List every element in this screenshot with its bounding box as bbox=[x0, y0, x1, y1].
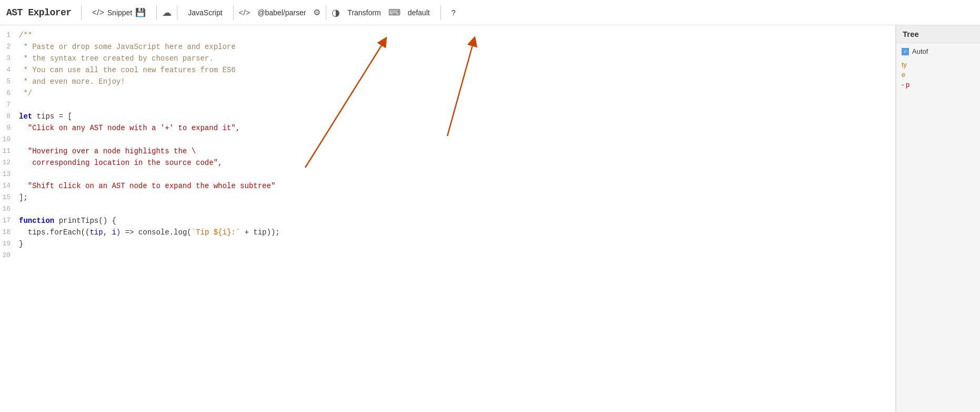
code-line: 8 let tips = [ bbox=[0, 111, 895, 122]
line-number: 4 bbox=[0, 64, 19, 76]
main-area: 1 /** 2 * Paste or drop some JavaScript … bbox=[0, 25, 980, 412]
line-number: 20 bbox=[0, 250, 19, 261]
tree-header: Tree bbox=[896, 25, 980, 43]
line-content: ]; bbox=[19, 192, 895, 203]
line-number: 17 bbox=[0, 215, 19, 227]
line-number: 13 bbox=[0, 169, 19, 180]
code-line: 2 * Paste or drop some JavaScript here a… bbox=[0, 41, 895, 53]
line-content bbox=[19, 169, 895, 180]
divider-1 bbox=[81, 5, 82, 20]
help-button[interactable]: ? bbox=[446, 6, 461, 19]
line-content bbox=[19, 134, 895, 145]
line-number: 6 bbox=[0, 87, 19, 99]
divider-4 bbox=[233, 5, 234, 20]
line-content: tips.forEach((tip, i) => console.log(`Ti… bbox=[19, 227, 895, 238]
code-line: 11 "Hovering over a node highlights the … bbox=[0, 145, 895, 157]
line-content bbox=[19, 250, 895, 261]
snippet-button[interactable]: </> Snippet 💾 bbox=[87, 5, 152, 20]
line-number: 10 bbox=[0, 134, 19, 145]
line-number: 12 bbox=[0, 157, 19, 169]
line-content: * You can use all the cool new features … bbox=[19, 64, 895, 76]
code-line: 12 corresponding location in the source … bbox=[0, 157, 895, 169]
line-content: } bbox=[19, 238, 895, 250]
language-button[interactable]: JavaScript bbox=[183, 6, 227, 19]
tree-content: Autof ty e - p bbox=[896, 43, 980, 93]
cloud-icon[interactable]: ☁ bbox=[162, 7, 172, 18]
code-line: 5 * and even more. Enjoy! bbox=[0, 76, 895, 87]
line-content bbox=[19, 203, 895, 215]
default-label: default bbox=[408, 8, 430, 17]
code-line: 4 * You can use all the cool new feature… bbox=[0, 64, 895, 76]
autofocus-label: Autof bbox=[912, 47, 928, 55]
line-number: 9 bbox=[0, 122, 19, 134]
gear-icon[interactable]: ⚙ bbox=[313, 7, 321, 17]
line-content: * and even more. Enjoy! bbox=[19, 76, 895, 87]
tree-end-row: e bbox=[902, 71, 975, 79]
code-line: 9 "Click on any AST node with a '+' to e… bbox=[0, 122, 895, 134]
line-number: 14 bbox=[0, 180, 19, 192]
transform-label: Transform bbox=[347, 8, 381, 17]
line-content: /** bbox=[19, 30, 895, 41]
code-line: 14 "Shift click on an AST node to expand… bbox=[0, 180, 895, 192]
tree-type-label: ty bbox=[902, 61, 907, 68]
line-content: let tips = [ bbox=[19, 111, 895, 122]
parser-label: @babel/parser bbox=[257, 8, 306, 17]
code-line: 17 function printTips() { bbox=[0, 215, 895, 227]
code-line: 6 */ bbox=[0, 87, 895, 99]
line-number: 19 bbox=[0, 238, 19, 250]
line-content bbox=[19, 99, 895, 111]
tree-end-label: e bbox=[902, 71, 905, 79]
parser-code-icon: </> bbox=[239, 8, 251, 17]
line-content: * Paste or drop some JavaScript here and… bbox=[19, 41, 895, 53]
line-number: 3 bbox=[0, 53, 19, 64]
divider-6 bbox=[441, 5, 441, 20]
tree-minus-row: - p bbox=[902, 81, 975, 89]
line-number: 15 bbox=[0, 192, 19, 203]
autofocus-checkbox[interactable] bbox=[902, 48, 909, 55]
line-content: "Shift click on an AST node to expand th… bbox=[19, 180, 895, 192]
help-label: ? bbox=[452, 8, 456, 17]
line-number: 11 bbox=[0, 145, 19, 157]
code-line: 16 bbox=[0, 203, 895, 215]
transform-button[interactable]: Transform bbox=[342, 6, 386, 19]
divider-3 bbox=[177, 5, 177, 20]
tree-minus-label: - p bbox=[902, 81, 909, 89]
line-number: 5 bbox=[0, 76, 19, 87]
line-content: "Click on any AST node with a '+' to exp… bbox=[19, 122, 895, 134]
code-line: 15 ]; bbox=[0, 192, 895, 203]
line-content: */ bbox=[19, 87, 895, 99]
tree-title: Tree bbox=[903, 30, 919, 38]
code-line: 19 } bbox=[0, 238, 895, 250]
line-number: 2 bbox=[0, 41, 19, 53]
line-number: 7 bbox=[0, 99, 19, 111]
snippet-label: Snippet bbox=[107, 8, 132, 17]
code-line: 7 bbox=[0, 99, 895, 111]
line-number: 1 bbox=[0, 30, 19, 41]
code-line: 10 bbox=[0, 134, 895, 145]
line-content: * the syntax tree created by chosen pars… bbox=[19, 53, 895, 64]
tree-panel: Tree Autof ty e - p bbox=[896, 25, 980, 412]
tree-autofocus-row: Autof bbox=[902, 47, 975, 55]
line-content: function printTips() { bbox=[19, 215, 895, 227]
app-logo: AST Explorer bbox=[6, 7, 72, 18]
code-editor-panel[interactable]: 1 /** 2 * Paste or drop some JavaScript … bbox=[0, 25, 896, 412]
code-line: 3 * the syntax tree created by chosen pa… bbox=[0, 53, 895, 64]
save-icon: 💾 bbox=[135, 7, 146, 17]
keyboard-icon: ⌨ bbox=[388, 7, 401, 17]
code-line: 18 tips.forEach((tip, i) => console.log(… bbox=[0, 227, 895, 238]
code-container: 1 /** 2 * Paste or drop some JavaScript … bbox=[0, 25, 895, 266]
language-label: JavaScript bbox=[188, 8, 222, 17]
code-line: 13 bbox=[0, 169, 895, 180]
code-line: 20 bbox=[0, 250, 895, 261]
toolbar: AST Explorer </> Snippet 💾 ☁ JavaScript … bbox=[0, 0, 980, 25]
divider-5 bbox=[326, 5, 326, 20]
default-button[interactable]: default bbox=[403, 6, 435, 19]
line-content: "Hovering over a node highlights the \ bbox=[19, 145, 895, 157]
line-number: 16 bbox=[0, 203, 19, 215]
divider-2 bbox=[156, 5, 157, 20]
code-line: 1 /** bbox=[0, 30, 895, 41]
toggle-icon[interactable]: ◑ bbox=[332, 7, 340, 18]
tree-type-row: ty bbox=[902, 61, 975, 68]
parser-button[interactable]: @babel/parser bbox=[252, 6, 311, 19]
line-content: corresponding location in the source cod… bbox=[19, 157, 895, 169]
